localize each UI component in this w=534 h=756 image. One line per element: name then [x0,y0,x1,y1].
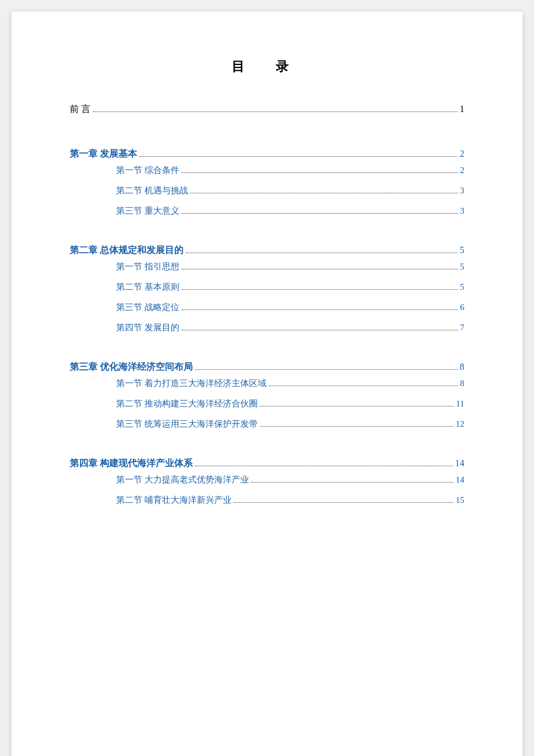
toc-page: 1 [460,104,464,114]
toc-container: 前 言1第一章 发展基本2第一节 综合条件2第二节 机遇与挑战3第三节 重大意义… [70,103,464,515]
toc-dots [260,426,453,427]
spacer-sm [70,434,464,439]
toc-dots [195,466,453,466]
toc-dots [182,289,458,290]
spacer [70,226,464,235]
toc-page: 8 [460,362,464,372]
spacer-sm [70,277,464,282]
toc-entry-1: 第一章 发展基本2 [70,148,464,160]
toc-dots [182,309,458,310]
toc-entry-9: 第四节 发展目的7 [70,322,464,333]
toc-page: 15 [456,495,464,505]
spacer-sm [70,297,464,302]
toc-entry-13: 第三节 统筹运用三大海洋保护开发带12 [70,419,464,430]
toc-entry-11: 第一节 着力打造三大海洋经济主体区域8 [70,378,464,389]
toc-page: 5 [460,245,464,255]
toc-dots [269,386,458,386]
spacer-sm [70,490,464,495]
spacer-sm [70,394,464,398]
toc-label: 第三节 重大意义 [116,206,179,217]
toc-label: 第二章 总体规定和发展目的 [70,244,183,257]
spacer [70,343,464,352]
toc-entry-15: 第一节 大力提高老式优势海洋产业14 [70,474,464,485]
toc-entry-5: 第二章 总体规定和发展目的5 [70,244,464,257]
toc-dots [182,330,458,330]
toc-label: 第四章 构建现代海洋产业体系 [70,458,193,470]
spacer-sm [70,201,464,206]
toc-entry-2: 第一节 综合条件2 [70,165,464,176]
toc-entry-14: 第四章 构建现代海洋产业体系14 [70,458,464,470]
toc-entry-10: 第三章 优化海洋经济空间布局8 [70,361,464,373]
toc-label: 第一节 着力打造三大海洋经济主体区域 [116,378,266,389]
toc-label: 第三节 统筹运用三大海洋保护开发带 [116,419,258,430]
spacer-sm [70,221,464,226]
page-title: 目 录 [70,58,464,75]
toc-entry-16: 第二节 哺育壮大海洋新兴产业15 [70,495,464,506]
toc-dots [182,269,458,269]
toc-entry-6: 第一节 指引思想5 [70,261,464,272]
toc-page: 3 [460,186,465,196]
spacer-sm [70,338,464,343]
toc-label: 第二节 哺育壮大海洋新兴产业 [116,495,232,506]
toc-label: 第二节 推动构建三大海洋经济合伙圈 [116,398,258,409]
toc-dots [195,369,457,370]
spacer [70,439,464,448]
toc-page: 2 [460,165,465,175]
toc-entry-3: 第二节 机遇与挑战3 [70,185,464,196]
toc-label: 前 言 [70,103,91,116]
toc-label: 第三章 优化海洋经济空间布局 [70,361,193,373]
toc-label: 第四节 发展目的 [116,322,179,333]
toc-dots [186,253,457,253]
spacer [70,129,464,139]
document-page: 目 录 前 言1第一章 发展基本2第一节 综合条件2第二节 机遇与挑战3第三节 … [12,12,522,756]
toc-dots [182,213,458,214]
toc-page: 14 [455,458,464,469]
toc-page: 5 [460,262,465,272]
toc-page: 8 [460,379,465,388]
toc-label: 第一节 综合条件 [116,165,179,176]
spacer-sm [70,181,464,185]
toc-entry-8: 第三节 战略定位6 [70,302,464,313]
toc-dots [182,172,458,173]
spacer-sm [70,318,464,322]
toc-page: 3 [460,206,465,216]
toc-entry-0: 前 言1 [70,103,464,116]
toc-page: 2 [460,149,464,159]
toc-dots [251,482,453,483]
spacer-sm [70,414,464,419]
toc-label: 第一节 大力提高老式优势海洋产业 [116,474,249,485]
toc-entry-12: 第二节 推动构建三大海洋经济合伙圈11 [70,398,464,409]
toc-page: 5 [460,282,465,292]
toc-dots [234,502,453,503]
toc-dots [260,406,454,406]
toc-page: 11 [456,399,464,409]
toc-dots [139,156,457,157]
toc-label: 第二节 基本原则 [116,282,179,293]
toc-entry-7: 第二节 基本原则5 [70,282,464,293]
toc-label: 第二节 机遇与挑战 [116,185,188,196]
spacer-sm [70,510,464,515]
toc-label: 第一节 指引思想 [116,261,179,272]
toc-entry-4: 第三节 重大意义3 [70,206,464,217]
toc-page: 6 [460,303,465,312]
toc-page: 12 [456,419,464,429]
toc-dots [190,193,458,193]
toc-label: 第一章 发展基本 [70,148,137,160]
toc-page: 14 [456,475,464,485]
toc-dots [93,111,457,112]
toc-label: 第三节 战略定位 [116,302,179,313]
toc-page: 7 [460,323,465,333]
